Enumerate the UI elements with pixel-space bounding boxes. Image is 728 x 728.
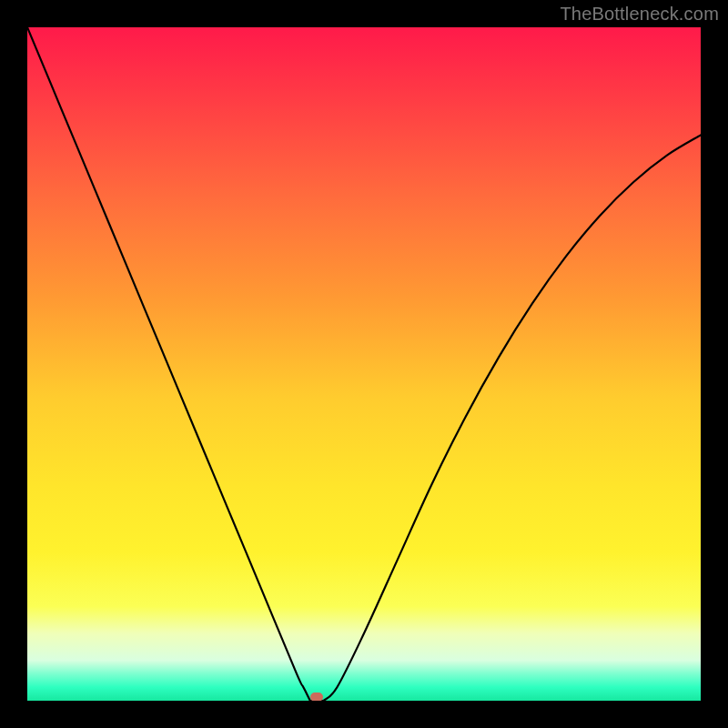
watermark-text: TheBottleneck.com	[560, 4, 719, 25]
plot-area	[27, 27, 701, 701]
chart-frame: TheBottleneck.com	[0, 0, 728, 728]
bottleneck-curve	[27, 27, 701, 701]
optimal-point-marker	[310, 693, 323, 701]
